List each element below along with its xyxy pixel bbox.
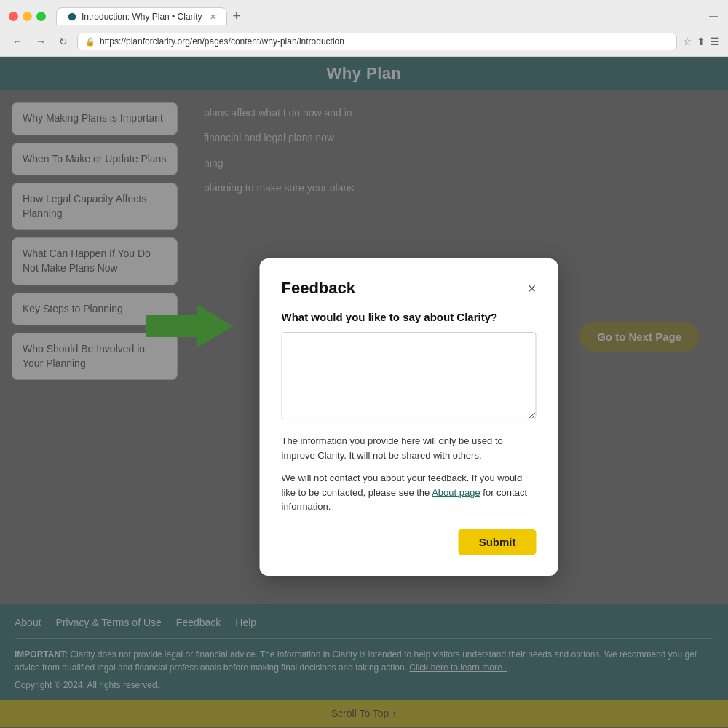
back-button[interactable]: ←: [9, 34, 26, 49]
navigation-bar: ← → ↻ 🔒 https://planforclarity.org/en/pa…: [0, 30, 728, 56]
new-tab-button[interactable]: +: [227, 9, 247, 24]
traffic-lights: [9, 12, 46, 21]
forward-button[interactable]: →: [32, 34, 50, 49]
close-window-button[interactable]: [9, 12, 18, 21]
active-tab[interactable]: Introduction: Why Plan • Clarity ✕: [56, 7, 227, 25]
window-controls-icon: [708, 11, 719, 23]
tab-title: Introduction: Why Plan • Clarity: [82, 12, 202, 22]
feedback-textarea[interactable]: [282, 332, 537, 419]
bookmark-button[interactable]: ☆: [683, 36, 692, 47]
share-button[interactable]: ⬆: [697, 36, 705, 47]
security-lock-icon: 🔒: [85, 37, 95, 47]
menu-button[interactable]: ☰: [710, 36, 719, 47]
tab-close-button[interactable]: ✕: [210, 12, 216, 22]
svg-rect-1: [709, 16, 718, 17]
submit-button[interactable]: Submit: [459, 529, 537, 555]
about-page-link[interactable]: About page: [432, 487, 480, 498]
browser-chrome: Introduction: Why Plan • Clarity ✕ + ← →…: [0, 0, 728, 57]
tab-favicon-icon: [67, 12, 77, 22]
feedback-modal: Feedback × What would you like to say ab…: [260, 258, 558, 575]
page-content: Why Plan Why Making Plans is Important W…: [0, 57, 728, 727]
url-text: https://planforclarity.org/en/pages/cont…: [100, 36, 344, 47]
tab-bar: Introduction: Why Plan • Clarity ✕ +: [56, 7, 702, 25]
modal-title: Feedback: [282, 279, 356, 298]
maximize-window-button[interactable]: [36, 12, 46, 21]
svg-point-0: [68, 13, 76, 21]
modal-question: What would you like to say about Clarity…: [282, 311, 537, 323]
modal-header: Feedback ×: [282, 279, 537, 298]
minimize-window-button[interactable]: [23, 12, 32, 21]
reload-button[interactable]: ↻: [55, 34, 71, 49]
modal-close-button[interactable]: ×: [528, 281, 537, 296]
modal-disclaimer-1: The information you provide here will on…: [282, 434, 537, 462]
modal-disclaimer-2: We will not contact you about your feedb…: [282, 471, 537, 514]
address-bar[interactable]: 🔒 https://planforclarity.org/en/pages/co…: [77, 33, 677, 50]
modal-footer: Submit: [282, 529, 537, 555]
